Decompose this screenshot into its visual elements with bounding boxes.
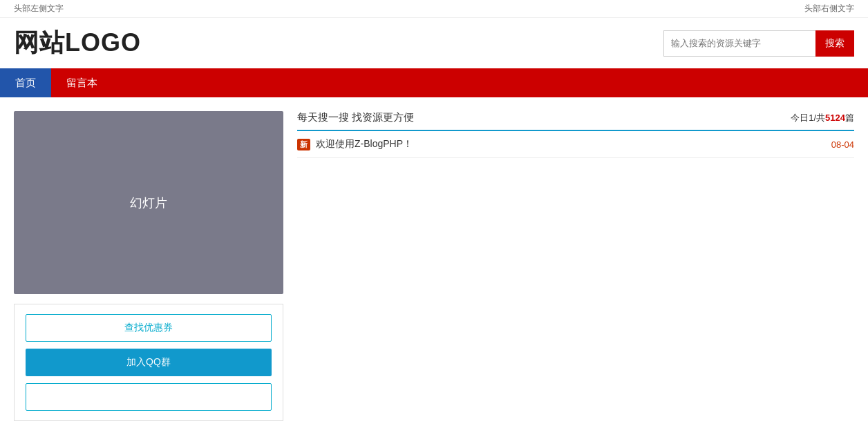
- count-total: 5124: [825, 113, 845, 123]
- top-bar-right: 头部右侧文字: [804, 3, 854, 14]
- buttons-area: 查找优惠券 加入QQ群: [14, 304, 283, 421]
- new-badge: 新: [297, 139, 310, 150]
- nav-item-guestbook[interactable]: 留言本: [51, 68, 113, 97]
- article-title[interactable]: 欢迎使用Z-BlogPHP！: [316, 138, 413, 150]
- count-suffix: 篇: [845, 113, 854, 123]
- slideshow-label: 幻灯片: [130, 195, 167, 211]
- slideshow: 幻灯片: [14, 111, 283, 294]
- find-coupon-button[interactable]: 查找优惠券: [26, 314, 272, 342]
- nav-bar: 首页 留言本: [0, 68, 868, 97]
- article-list-count: 今日1/共5124篇: [791, 112, 854, 124]
- count-prefix: 今日: [791, 113, 809, 123]
- search-box: 搜索: [663, 30, 854, 57]
- logo-row: 网站LOGO 搜索: [0, 18, 868, 68]
- nav-item-home[interactable]: 首页: [0, 68, 51, 97]
- table-row: 新 欢迎使用Z-BlogPHP！ 08-04: [297, 131, 854, 158]
- right-column: 每天搜一搜 找资源更方便 今日1/共5124篇 新 欢迎使用Z-BlogPHP！…: [297, 111, 854, 158]
- article-item-left: 新 欢迎使用Z-BlogPHP！: [297, 138, 413, 150]
- count-sep: /共: [813, 113, 825, 123]
- article-list-title: 每天搜一搜 找资源更方便: [297, 111, 414, 124]
- main-content: 幻灯片 查找优惠券 加入QQ群 每天搜一搜 找资源更方便 今日1/共5124篇 …: [0, 97, 868, 428]
- extra-button[interactable]: [26, 383, 272, 411]
- article-list-header: 每天搜一搜 找资源更方便 今日1/共5124篇: [297, 111, 854, 131]
- article-date: 08-04: [831, 139, 854, 150]
- search-input[interactable]: [663, 30, 815, 57]
- search-button[interactable]: 搜索: [815, 30, 854, 57]
- left-column: 幻灯片 查找优惠券 加入QQ群: [14, 111, 283, 421]
- site-logo: 网站LOGO: [14, 26, 141, 60]
- top-bar-left: 头部左侧文字: [14, 3, 64, 14]
- join-qq-button[interactable]: 加入QQ群: [26, 349, 272, 376]
- top-bar: 头部左侧文字 头部右侧文字: [0, 0, 868, 18]
